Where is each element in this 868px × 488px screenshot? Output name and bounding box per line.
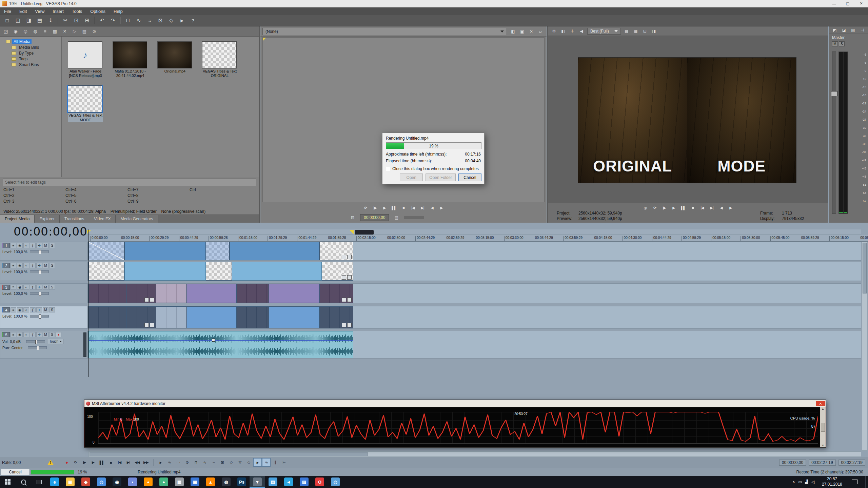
volume-envelope[interactable] <box>89 340 353 341</box>
auto-crossfade-icon[interactable]: ∿ <box>134 16 144 25</box>
track-motion-icon[interactable]: ✛ <box>36 263 42 268</box>
automation-settings-icon[interactable]: ◉ <box>17 307 23 312</box>
timeline-event[interactable] <box>269 284 319 303</box>
meter-options-icon[interactable]: ▤ <box>849 26 857 34</box>
normal-edit-tool-icon[interactable]: ► <box>253 458 262 467</box>
tree-item-by-type[interactable]: By Type <box>0 50 61 56</box>
media-properties-icon[interactable]: ▤ <box>80 27 89 36</box>
get-media-from-web-icon[interactable]: ◍ <box>31 27 40 36</box>
event-fx-chip[interactable] <box>342 255 346 259</box>
pan-slider[interactable] <box>28 346 47 349</box>
ignore-grouping-icon[interactable]: ◇ <box>227 458 235 467</box>
timeline-event[interactable] <box>88 242 124 260</box>
audio-event[interactable] <box>88 331 353 358</box>
project-properties-icon[interactable]: ▤ <box>35 16 45 25</box>
volume-icon[interactable]: ◁ <box>810 479 816 485</box>
event-mute-chip[interactable] <box>347 275 352 280</box>
taskbar-clock[interactable]: 20:57 27.01.2018 <box>820 476 844 487</box>
taskbar-app-photos[interactable]: ▨ <box>296 476 312 488</box>
track-header-2[interactable]: 2≡◉◐ƒ✛MSLevel:100,0 % <box>0 262 88 281</box>
track-fx-icon[interactable]: ƒ <box>30 307 36 312</box>
cancel-button[interactable]: Cancel <box>458 174 481 181</box>
track-motion-icon[interactable]: ✛ <box>36 243 42 248</box>
event-mute-chip[interactable] <box>347 255 352 259</box>
insert-region-icon[interactable]: ◇ <box>244 458 253 467</box>
cut-icon[interactable]: ✂ <box>60 16 71 25</box>
timecode-spinner[interactable]: ▲▼ <box>65 227 68 233</box>
tree-item-all-media[interactable]: All Media <box>0 39 61 44</box>
onedrive-icon[interactable]: ▭ <box>797 479 803 485</box>
envelope-edit-tool-icon[interactable]: ∿ <box>262 458 271 467</box>
taskbar-app-chrome[interactable]: ◎ <box>94 476 109 488</box>
track-fx-icon[interactable]: ƒ <box>30 263 36 268</box>
go-to-end-icon[interactable]: ▶| <box>418 204 427 212</box>
selection-time-field[interactable]: 00:02:27:19 <box>809 460 835 466</box>
task-view-button[interactable] <box>31 476 47 488</box>
graph-cursor[interactable] <box>528 412 528 443</box>
selection-time-field[interactable]: 00:00:00,00 <box>779 460 806 466</box>
playhead-cursor[interactable] <box>88 229 88 377</box>
grid-icon[interactable]: ▦ <box>632 27 640 35</box>
timeline-event[interactable] <box>156 306 187 328</box>
track-fx-icon[interactable]: ƒ <box>30 243 36 248</box>
tray-expand-icon[interactable]: ∧ <box>791 479 796 485</box>
search-media-icon[interactable]: ⊙ <box>90 27 99 36</box>
timeline-event[interactable] <box>124 242 206 260</box>
dim-output-icon[interactable]: ◪ <box>840 26 848 34</box>
tree-item-smart-bins[interactable]: Smart Bins <box>0 62 61 67</box>
timeline-event[interactable] <box>156 284 187 303</box>
plugin-chain-selector[interactable]: (None) <box>262 28 507 35</box>
media-item[interactable]: VEGAS Titles & Text MODE <box>68 85 103 122</box>
fx-timecode[interactable]: 00:00:00,00 <box>360 214 389 221</box>
open-project-icon[interactable]: ◱ <box>13 16 23 25</box>
media-item[interactable]: Mafia 01.27.2018 - 20.41.44.02.mp4 <box>113 41 148 78</box>
fast-forward-icon[interactable]: ▶▶ <box>142 458 150 467</box>
afterburner-titlebar[interactable]: MSI Afterburner v4.4.2 hardware monitor … <box>84 400 826 407</box>
rewind-icon[interactable]: ◀◀ <box>133 458 141 467</box>
master-mute-button[interactable]: M <box>832 41 838 46</box>
event-mute-chip[interactable] <box>347 323 352 327</box>
level-slider[interactable] <box>30 315 49 318</box>
bypass-motion-blur-icon[interactable]: ◐ <box>23 332 29 337</box>
extract-audio-icon[interactable]: ◎ <box>21 27 30 36</box>
menu-file[interactable]: File <box>0 7 15 15</box>
auto-preview-icon[interactable]: ▷ <box>70 27 79 36</box>
pause-icon[interactable]: ▌▌ <box>98 458 106 467</box>
track-motion-icon[interactable]: ✛ <box>36 307 42 312</box>
master-solo-button[interactable]: S <box>839 41 845 46</box>
track-solo-button[interactable]: S <box>49 332 55 337</box>
network-icon[interactable]: ▟ <box>804 479 809 485</box>
prev-icon[interactable]: ◀ <box>577 27 586 35</box>
edit-tool-icon[interactable]: ► <box>156 458 165 467</box>
overlays-icon[interactable]: ▩ <box>623 27 631 35</box>
save-project-icon[interactable]: ◨ <box>24 16 34 25</box>
media-item[interactable]: Original.mp4 <box>157 41 193 78</box>
trim-icon[interactable]: ⊢ <box>280 458 288 467</box>
tab-transitions[interactable]: Transitions <box>60 215 89 223</box>
timeline-event[interactable] <box>88 262 124 281</box>
timeline-event[interactable] <box>88 306 127 328</box>
play-from-start-icon[interactable]: |▶ <box>80 458 88 467</box>
split-icon[interactable]: ∥ <box>271 458 279 467</box>
save-snapshot-icon[interactable]: ◨ <box>650 27 658 35</box>
import-media-icon[interactable]: ◲ <box>1 27 10 36</box>
timeline-event[interactable] <box>206 262 232 281</box>
timeline-vertical-scrollbar[interactable] <box>862 242 867 451</box>
track-fx-icon[interactable]: ƒ <box>30 332 36 337</box>
marker-bar[interactable] <box>88 229 861 235</box>
loop-region-start-marker[interactable] <box>87 230 91 234</box>
taskbar-app-obs[interactable]: ◍ <box>218 476 234 488</box>
track-fx-icon[interactable]: ƒ <box>30 285 36 290</box>
tree-item-media-bins[interactable]: Media Bins <box>0 44 61 50</box>
track-header-4[interactable]: 4≡◉◐ƒ✛MSLevel:100,0 % <box>0 306 88 328</box>
event-fx-chip[interactable] <box>342 323 346 327</box>
master-fader[interactable] <box>832 52 836 214</box>
menu-tools[interactable]: Tools <box>68 7 86 15</box>
loop-playback-icon[interactable]: ⟳ <box>71 458 80 467</box>
event-fx-chip[interactable] <box>144 323 149 327</box>
loop-playback-icon[interactable]: ⟳ <box>361 204 370 212</box>
close-icon[interactable]: ✕ <box>527 28 535 35</box>
taskbar-app-vegas-pro[interactable]: ▼ <box>250 476 265 488</box>
views-icon[interactable]: ▦ <box>51 27 59 36</box>
scrollbar-thumb[interactable] <box>821 423 825 432</box>
